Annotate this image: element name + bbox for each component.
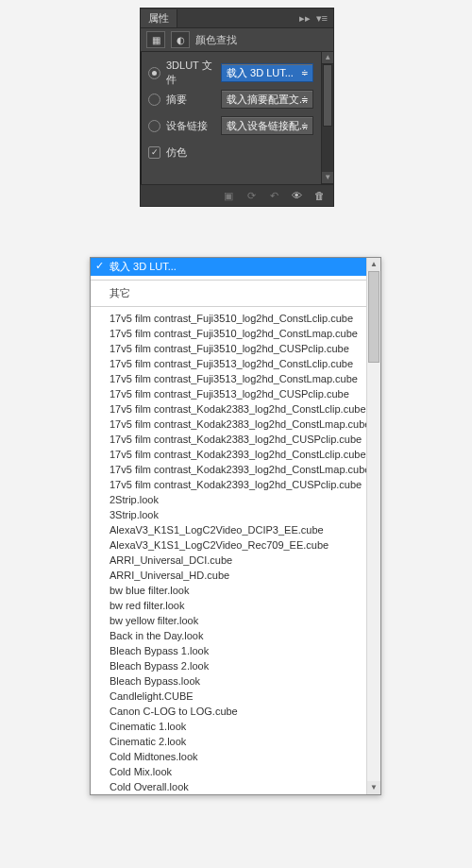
clip-icon[interactable]: ▣ [220, 188, 237, 203]
lut-option[interactable]: 17v5 film contrast_Fuji3510_log2hd_Const… [91, 326, 380, 341]
label-abstract: 摘要 [166, 93, 221, 107]
scroll-up-icon[interactable]: ▲ [367, 258, 380, 271]
lut-option[interactable]: Candlelight.CUBE [91, 689, 380, 704]
lut-option[interactable]: 17v5 film contrast_Fuji3513_log2hd_CUSPc… [91, 386, 380, 401]
panel-tabbar: 属性 ▸▸ ▾≡ [141, 9, 333, 28]
trash-icon[interactable]: 🗑 [311, 188, 328, 203]
scroll-up-icon[interactable]: ▲ [322, 52, 333, 64]
properties-panel: 属性 ▸▸ ▾≡ ▦ ◐ 颜色查找 3DLUT 文件 载入 3D LUT... … [140, 8, 334, 207]
reset-icon[interactable]: ⟳ [243, 188, 260, 203]
lut-dropdown-list: 载入 3D LUT... 其它 17v5 film contrast_Fuji3… [90, 257, 381, 795]
lut-group-other[interactable]: 其它 [91, 284, 380, 302]
prev-icon[interactable]: ↶ [265, 188, 282, 203]
lut-option[interactable]: 17v5 film contrast_Fuji3510_log2hd_Const… [91, 311, 380, 326]
lut-option[interactable]: 17v5 film contrast_Kodak2383_log2hd_CUSP… [91, 432, 380, 447]
visibility-icon[interactable]: 👁 [288, 188, 305, 203]
lut-option-load[interactable]: 载入 3D LUT... [91, 258, 380, 276]
row-device: 设备链接 载入设备链接配... ≑ [148, 114, 313, 137]
lut-option[interactable]: Cinematic 2.look [91, 734, 380, 749]
lut-option[interactable]: 17v5 film contrast_Kodak2383_log2hd_Cons… [91, 417, 380, 432]
lut-option[interactable]: AlexaV3_K1S1_LogC2Video_Rec709_EE.cube [91, 537, 380, 553]
dropdown-device-value: 载入设备链接配... [227, 119, 308, 133]
scroll-thumb[interactable] [368, 271, 379, 363]
lut-option[interactable]: Bleach Bypass 1.look [91, 643, 380, 658]
lut-option[interactable]: Back in the Day.look [91, 628, 380, 643]
lut-option[interactable]: Cold Overall.look [91, 779, 380, 794]
lut-option[interactable]: 3Strip.look [91, 507, 380, 522]
lut-option[interactable]: AlexaV3_K1S1_LogC2Video_DCIP3_EE.cube [91, 522, 380, 537]
radio-device[interactable] [148, 120, 160, 132]
lut-option[interactable]: bw blue filter.look [91, 583, 380, 598]
lut-option[interactable]: 2Strip.look [91, 492, 380, 507]
chevron-updown-icon: ≑ [301, 68, 309, 77]
scroll-track[interactable] [322, 64, 333, 172]
scroll-down-icon[interactable]: ▼ [367, 781, 380, 794]
lut-option[interactable]: Cold Mix.look [91, 764, 380, 779]
separator [91, 306, 380, 307]
lut-option[interactable]: Bleach Bypass 2.look [91, 658, 380, 673]
lut-option[interactable]: 17v5 film contrast_Fuji3513_log2hd_Const… [91, 371, 380, 386]
scroll-thumb[interactable] [323, 64, 332, 127]
row-dither: 仿色 [148, 141, 313, 163]
label-device: 设备链接 [166, 119, 221, 133]
label-3dlut: 3DLUT 文件 [166, 59, 221, 87]
lut-option[interactable]: 17v5 film contrast_Fuji3510_log2hd_CUSPc… [91, 341, 380, 356]
checkbox-dither[interactable] [148, 146, 160, 159]
lut-option[interactable]: 17v5 film contrast_Kodak2393_log2hd_Cons… [91, 462, 380, 477]
lut-option[interactable]: Canon C-LOG to LOG.cube [91, 704, 380, 719]
lut-option[interactable]: ARRI_Universal_HD.cube [91, 568, 380, 583]
panel-footer: ▣ ⟳ ↶ 👁 🗑 [141, 184, 333, 206]
chevron-updown-icon: ≑ [301, 94, 309, 104]
chevron-updown-icon: ≑ [301, 121, 309, 130]
dropdown-abstract-value: 载入摘要配置文... [227, 93, 308, 107]
lut-option[interactable]: Cinematic 1.look [91, 719, 380, 734]
row-abstract: 摘要 载入摘要配置文... ≑ [148, 88, 313, 111]
label-dither: 仿色 [166, 145, 221, 160]
lut-option[interactable]: 17v5 film contrast_Kodak2393_log2hd_Cons… [91, 447, 380, 462]
adjustment-icon[interactable]: ◐ [171, 31, 190, 48]
panel-menu-icon[interactable]: ▾≡ [316, 12, 328, 25]
grid-icon[interactable]: ▦ [146, 31, 165, 48]
scroll-down-icon[interactable]: ▼ [322, 172, 333, 184]
lut-option[interactable]: Bleach Bypass.look [91, 673, 380, 689]
lut-option[interactable]: bw yellow filter.look [91, 613, 380, 628]
dropdown-3dlut-value: 载入 3D LUT... [227, 66, 294, 80]
radio-abstract[interactable] [148, 94, 160, 106]
panel-tab-properties[interactable]: 属性 [141, 9, 177, 27]
lut-option[interactable]: Cold Midtones.look [91, 749, 380, 764]
lut-option[interactable]: 17v5 film contrast_Kodak2383_log2hd_Cons… [91, 401, 380, 417]
dropdown-scrollbar[interactable]: ▲ ▼ [366, 258, 380, 794]
panel-subtitle: 颜色查找 [195, 33, 237, 47]
radio-3dlut[interactable] [148, 67, 160, 79]
lut-option[interactable]: 17v5 film contrast_Kodak2393_log2hd_CUSP… [91, 477, 380, 492]
collapse-icon[interactable]: ▸▸ [299, 12, 311, 25]
row-3dlut: 3DLUT 文件 载入 3D LUT... ≑ [148, 61, 313, 84]
lut-option[interactable]: ARRI_Universal_DCI.cube [91, 553, 380, 568]
separator [91, 280, 380, 281]
panel-scrollbar[interactable]: ▲ ▼ [321, 52, 333, 184]
dropdown-abstract[interactable]: 载入摘要配置文... ≑ [221, 90, 313, 109]
lut-option[interactable]: 17v5 film contrast_Fuji3513_log2hd_Const… [91, 356, 380, 371]
dropdown-device[interactable]: 载入设备链接配... ≑ [221, 116, 313, 135]
lut-option[interactable]: bw red filter.look [91, 598, 380, 613]
panel-subbar: ▦ ◐ 颜色查找 [141, 28, 333, 52]
dropdown-3dlut[interactable]: 载入 3D LUT... ≑ [221, 63, 313, 82]
